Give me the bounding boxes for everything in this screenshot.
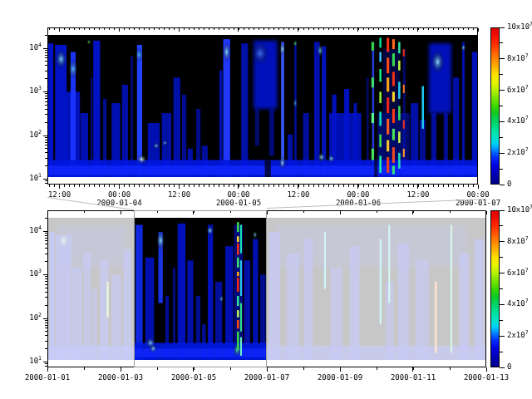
x-minor-tick [450,367,451,370]
x-minor-tick [159,185,160,187]
x-minor-tick [343,185,344,187]
colorbar-minor-tick [500,169,503,170]
x-minor-tick [157,367,158,370]
x-minor-tick [84,185,85,187]
x-tick-label: 2000-01-09 [313,373,367,382]
x-minor-tick-top [368,28,369,30]
x-minor-tick-top [423,28,424,30]
x-minor-tick [363,185,364,187]
x-minor-tick-top [109,28,110,30]
x-minor-tick-top [224,28,224,30]
y-minor-tick [45,254,47,254]
x-minor-tick [278,185,279,187]
x-minor-tick-top [121,211,121,213]
x-minor-tick [328,185,329,187]
x-minor-tick [144,185,145,187]
x-minor-tick-top [157,211,158,213]
x-minor-tick [234,185,234,187]
x-minor-tick-top [259,28,259,30]
x-minor-tick [413,185,414,187]
x-minor-tick-top [486,211,487,213]
x-minor-tick-top [413,211,414,213]
x-minor-tick [268,185,269,187]
y-minor-tick [45,52,47,53]
y-tick-label: 101 [17,357,42,365]
y-minor-tick [45,281,47,282]
y-tick-label: 103 [17,269,42,278]
x-minor-tick-top [273,28,274,30]
x-minor-tick-top [144,28,145,30]
x-minor-tick-top [94,28,95,30]
bottom-colorbar [490,210,500,367]
y-minor-tick [45,122,47,123]
x-minor-tick [84,367,85,370]
colorbar-tick-label: 10x107 [507,205,532,214]
x-minor-tick [353,185,354,187]
x-minor-tick-top [453,28,454,30]
x-minor-tick [383,185,384,187]
x-minor-tick-top [458,28,459,30]
x-minor-tick-top [84,211,85,213]
y-minor-tick [45,50,47,51]
x-minor-tick [308,185,309,187]
x-minor-tick [199,185,200,187]
x-minor-tick-top [338,28,339,30]
x-minor-tick-top [244,28,244,30]
x-minor-tick-top [418,28,419,30]
x-minor-tick [318,185,319,187]
x-minor-tick [249,185,249,187]
x-minor-tick-top [194,211,195,213]
x-minor-tick-top [184,28,185,30]
x-minor-tick [313,185,314,187]
x-minor-tick-top [104,28,105,30]
x-minor-tick [303,367,304,370]
x-tick-label: 2000-01-07 [240,373,293,382]
x-minor-tick-top [450,211,451,213]
x-minor-tick [94,185,95,187]
x-minor-tick-top [313,28,314,30]
bottom-plot-frame [47,210,486,367]
x-minor-tick-top [433,28,434,30]
x-minor-tick-top [49,28,50,30]
x-tick-label: 12:00 [272,190,325,199]
x-minor-tick-top [298,28,299,30]
x-minor-tick-top [230,211,231,213]
x-minor-tick [109,185,110,187]
x-minor-tick-top [288,28,289,30]
y-minor-tick [45,305,47,306]
x-minor-tick-top [99,28,100,30]
x-minor-tick-top [408,28,409,30]
x-minor-tick [463,185,464,187]
x-minor-tick [254,185,254,187]
y-minor-tick [45,180,47,181]
x-minor-tick [174,185,175,187]
selection-rectangle[interactable] [134,210,267,367]
x-minor-tick [438,185,439,187]
y-minor-tick [45,248,47,249]
x-minor-tick-top [303,28,304,30]
x-minor-tick-top [154,28,155,30]
x-minor-tick-top [209,28,209,30]
y-major-tick [43,362,47,362]
y-major-tick [43,179,47,180]
x-minor-tick-top [267,211,268,213]
y-minor-tick [45,140,47,140]
x-minor-tick-top [47,211,48,213]
x-minor-tick [453,185,454,187]
x-minor-tick [468,185,469,187]
y-minor-tick [45,331,47,332]
x-minor-tick-top [159,28,160,30]
y-minor-tick [45,71,47,71]
x-tick-label: 2000-01-01 [21,373,74,382]
x-minor-tick-top [308,28,309,30]
x-minor-tick [413,367,414,370]
x-tick-label: 2000-01-13 [460,373,513,382]
x-minor-tick [486,367,487,370]
x-minor-tick [288,185,289,187]
colorbar-minor-tick [500,42,503,43]
x-minor-tick-top [169,28,170,30]
x-minor-tick [388,185,389,187]
x-date-label: 2000-01-06 [332,199,385,207]
colorbar-tick-label: 6x107 [507,86,529,94]
x-minor-tick [121,367,121,370]
